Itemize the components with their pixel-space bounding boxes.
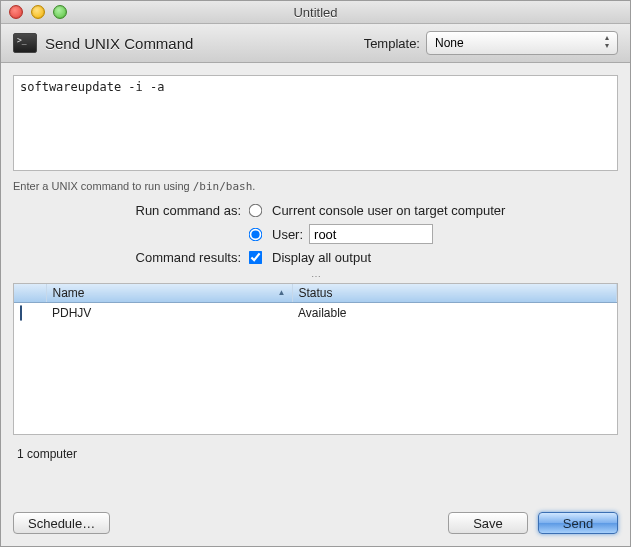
command-textarea[interactable] — [13, 75, 618, 171]
template-select-value: None — [435, 36, 464, 50]
hint-suffix: . — [252, 180, 255, 192]
minimize-icon[interactable] — [31, 5, 45, 19]
run-as-label: Run command as: — [13, 203, 249, 218]
run-as-user-radio[interactable] — [249, 227, 263, 241]
window: Untitled Send UNIX Command Template: Non… — [0, 0, 631, 547]
results-row: Command results: Display all output — [13, 250, 618, 265]
footer: Schedule… Save Send — [13, 512, 618, 534]
column-status[interactable]: Status — [292, 284, 617, 303]
cell-name: PDHJV — [46, 303, 292, 324]
terminal-icon — [13, 33, 37, 53]
table-header-row: Name Status — [14, 284, 617, 303]
run-as-user-label: User: — [272, 227, 303, 242]
computer-table: Name Status PDHJV Available — [13, 283, 618, 435]
options: Run command as: Current console user on … — [13, 203, 618, 265]
send-button[interactable]: Send — [538, 512, 618, 534]
template-label: Template: — [364, 36, 420, 51]
user-field[interactable] — [309, 224, 433, 244]
content: Enter a UNIX command to run using /bin/b… — [1, 63, 630, 461]
hint-prefix: Enter a UNIX command to run using — [13, 180, 193, 192]
table-row[interactable]: PDHJV Available — [14, 303, 617, 324]
close-icon[interactable] — [9, 5, 23, 19]
page-title: Send UNIX Command — [45, 35, 193, 52]
run-as-current-user-label: Current console user on target computer — [272, 203, 505, 218]
run-as-user-row: User: — [13, 224, 618, 244]
hint-path: /bin/bash — [193, 180, 253, 193]
computer-count: 1 computer — [17, 447, 614, 461]
chevron-updown-icon: ▴▾ — [603, 34, 611, 50]
toolbar: Send UNIX Command Template: None ▴▾ — [1, 24, 630, 63]
cell-status: Available — [292, 303, 617, 324]
titlebar: Untitled — [1, 1, 630, 24]
window-title: Untitled — [1, 5, 630, 20]
schedule-button[interactable]: Schedule… — [13, 512, 110, 534]
template-select[interactable]: None ▴▾ — [426, 31, 618, 55]
run-as-row: Run command as: Current console user on … — [13, 203, 618, 218]
display-all-output-label: Display all output — [272, 250, 371, 265]
command-hint: Enter a UNIX command to run using /bin/b… — [13, 180, 618, 193]
run-as-current-user-radio[interactable] — [249, 204, 263, 218]
resize-grip-icon[interactable]: ⋯ — [13, 273, 618, 283]
traffic-lights — [9, 5, 67, 19]
column-name[interactable]: Name — [46, 284, 292, 303]
zoom-icon[interactable] — [53, 5, 67, 19]
column-icon[interactable] — [14, 284, 46, 303]
save-button[interactable]: Save — [448, 512, 528, 534]
computer-icon — [20, 306, 38, 320]
results-label: Command results: — [13, 250, 249, 265]
display-all-output-checkbox[interactable] — [249, 251, 263, 265]
